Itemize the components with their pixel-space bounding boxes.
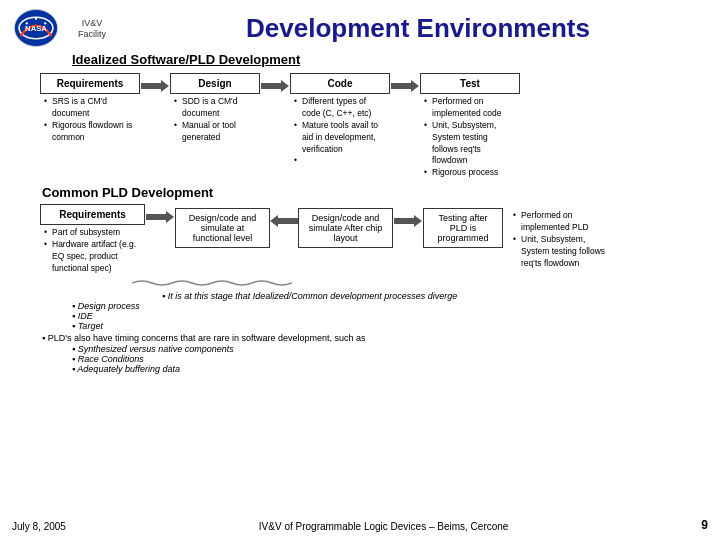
- svg-text:NASA: NASA: [25, 24, 47, 33]
- svg-marker-8: [391, 80, 419, 92]
- idealized-design-bullets: SDD is a CM'd document Manual or tool ge…: [170, 96, 260, 144]
- facility-label: IV&V Facility: [68, 18, 116, 40]
- pld-note-main: ▪ PLD's also have timing concerns that a…: [42, 333, 708, 343]
- idealized-design-box: Design: [170, 73, 260, 94]
- svg-point-5: [35, 18, 37, 20]
- idealized-req-bullets: SRS is a CM'd document Rigorous flowdown…: [40, 96, 140, 144]
- idealized-section-title: Idealized Software/PLD Development: [72, 52, 708, 67]
- common-testing-box: Testing after PLD is programmed: [423, 208, 503, 248]
- italic-note-main: ▪ It is at this stage that Idealized/Com…: [162, 291, 457, 301]
- idealized-req-box: Requirements: [40, 73, 140, 94]
- pld-sub-2: ▪ Adequately buffering data: [72, 364, 708, 374]
- svg-marker-10: [270, 215, 298, 227]
- common-design-code-box1: Design/code and simulate at functional l…: [175, 208, 270, 248]
- svg-marker-6: [141, 80, 169, 92]
- common-section-title: Common PLD Development: [42, 185, 708, 200]
- footer-page: 9: [701, 518, 708, 532]
- italic-sub-2: ▪ Target: [72, 321, 708, 331]
- page: NASA IV&V Facility Development Environme…: [0, 0, 720, 540]
- header: NASA IV&V Facility Development Environme…: [12, 8, 708, 48]
- idealized-code-box: Code: [290, 73, 390, 94]
- common-req-box: Requirements: [40, 204, 145, 225]
- svg-marker-7: [261, 80, 289, 92]
- footer-date: July 8, 2005: [12, 521, 66, 532]
- footer-citation: IV&V of Programmable Logic Devices – Bei…: [259, 521, 509, 532]
- idealized-code-bullets: Different types of code (C, C++, etc) Ma…: [290, 96, 390, 155]
- footer: July 8, 2005 IV&V of Programmable Logic …: [12, 514, 708, 532]
- svg-point-4: [44, 22, 46, 24]
- italic-sub-0: ▪ Design process: [72, 301, 708, 311]
- svg-marker-9: [146, 211, 174, 223]
- svg-marker-11: [394, 215, 422, 227]
- page-title: Development Environments: [128, 13, 708, 44]
- common-design-code-box2: Design/code and simulate After chip layo…: [298, 208, 393, 248]
- wavy-line: [132, 279, 292, 287]
- common-performed-bullets: Performed on implemented PLD Unit, Subsy…: [509, 210, 619, 269]
- nasa-logo: NASA: [12, 8, 60, 48]
- pld-sub-0: ▪ Synthesized versus native components: [72, 344, 708, 354]
- idealized-test-bullets: Performed on implemented code Unit, Subs…: [420, 96, 520, 179]
- pld-sub-1: ▪ Race Conditions: [72, 354, 708, 364]
- svg-point-3: [26, 22, 28, 24]
- idealized-test-box: Test: [420, 73, 520, 94]
- italic-sub-1: ▪ IDE: [72, 311, 708, 321]
- common-req-bullets: Part of subsystem Hardware artifact (e.g…: [40, 227, 145, 275]
